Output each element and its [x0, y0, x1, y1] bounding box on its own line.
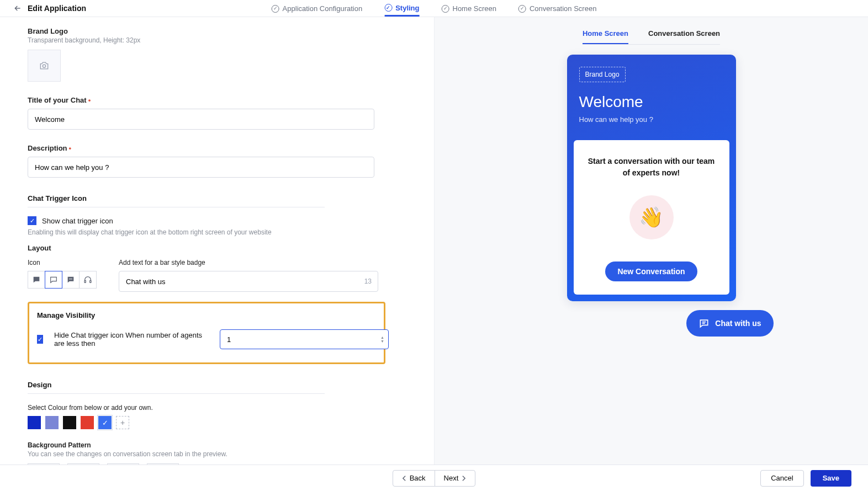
chat-icon [698, 318, 710, 329]
new-conversation-button[interactable]: New Conversation [605, 261, 697, 281]
section-chat-trigger: Chat Trigger Icon [28, 194, 325, 207]
back-arrow[interactable] [11, 2, 24, 15]
widget-subtitle: How can we help you ? [579, 115, 724, 124]
preview-tab-conversation[interactable]: Conversation Screen [648, 27, 720, 44]
show-trigger-hint: Enabling this will display chat trigger … [28, 228, 406, 236]
section-manage-visibility: Manage Visibility [37, 311, 376, 319]
save-button[interactable]: Save [811, 470, 851, 487]
page-title: Edit Application [28, 4, 86, 13]
footer: Back Next Cancel Save [0, 465, 868, 491]
color-swatch[interactable] [98, 416, 112, 429]
icon-selector [28, 271, 97, 289]
preview-panel: Home Screen Conversation Screen Brand Lo… [434, 17, 868, 465]
chat-title-label: Title of your Chat• [28, 96, 91, 104]
description-label: Description• [28, 144, 71, 152]
step-application-configuration[interactable]: Application Configuration [272, 0, 363, 17]
icon-option-headset[interactable] [79, 271, 97, 289]
color-swatch[interactable] [81, 416, 94, 429]
preview-tabs: Home Screen Conversation Screen [583, 27, 720, 45]
color-palette: + [28, 416, 406, 429]
layout-label: Layout [28, 244, 406, 252]
pattern-hint: You can see the changes on conversation … [28, 450, 406, 458]
add-color-button[interactable]: + [116, 416, 129, 429]
hide-trigger-checkbox[interactable] [37, 335, 43, 344]
widget-card-text: Start a conversation with our team of ex… [585, 156, 718, 179]
cancel-button[interactable]: Cancel [760, 470, 803, 487]
preview-tab-home[interactable]: Home Screen [583, 27, 628, 44]
widget-title: Welcome [579, 93, 724, 111]
description-input[interactable] [28, 157, 374, 178]
icon-option-speech-outline[interactable] [45, 271, 62, 289]
step-conversation-screen[interactable]: Conversation Screen [518, 0, 596, 17]
stepper-down-icon[interactable]: ▼ [380, 340, 384, 343]
widget-preview: Brand Logo Welcome How can we help you ?… [567, 55, 736, 301]
color-swatch[interactable] [45, 416, 59, 429]
chat-trigger-badge[interactable]: Chat with us [686, 310, 773, 337]
svg-point-2 [70, 279, 71, 280]
pattern-label: Background Pattern [28, 441, 406, 449]
icon-label: Icon [28, 259, 97, 266]
step-home-screen[interactable]: Home Screen [442, 0, 496, 17]
bar-char-counter: 13 [364, 277, 372, 285]
color-swatch[interactable] [63, 416, 76, 429]
camera-icon [39, 60, 50, 71]
brand-logo-placeholder: Brand Logo [579, 67, 626, 82]
icon-option-dots[interactable] [62, 271, 80, 289]
form-panel: Brand Logo Transparent background, Heigh… [0, 17, 434, 465]
required-dot: • [69, 144, 72, 152]
svg-rect-5 [90, 280, 91, 282]
bar-text-input[interactable] [119, 271, 378, 292]
manage-visibility-box: Manage Visibility Hide Chat trigger icon… [28, 302, 385, 364]
icon-option-speech-filled[interactable] [28, 271, 45, 289]
hide-trigger-label: Hide Chat trigger icon When number of ag… [54, 331, 209, 348]
required-dot: • [88, 96, 91, 104]
bar-label: Add text for a bar style badge [119, 259, 378, 266]
svg-rect-4 [84, 280, 86, 282]
brand-logo-hint: Transparent background, Height: 32px [28, 36, 406, 44]
wizard-steps: Application Configuration Styling Home S… [272, 0, 597, 17]
svg-point-3 [71, 279, 72, 280]
brand-logo-label: Brand Logo [28, 27, 406, 35]
step-styling[interactable]: Styling [384, 0, 419, 17]
show-trigger-checkbox[interactable] [28, 216, 36, 225]
section-design: Design [28, 381, 325, 394]
show-trigger-label: Show chat trigger icon [42, 217, 113, 225]
next-button[interactable]: Next [435, 470, 476, 487]
svg-point-0 [43, 65, 45, 67]
color-swatch[interactable] [28, 416, 41, 429]
topbar: Edit Application Application Configurati… [0, 0, 868, 17]
back-button[interactable]: Back [393, 470, 435, 487]
svg-point-1 [69, 279, 70, 280]
number-stepper[interactable]: ▲▼ [380, 336, 384, 343]
chat-title-input[interactable] [28, 109, 374, 130]
wave-icon: 👋 [629, 195, 674, 239]
wizard-nav: Back Next [393, 470, 476, 487]
color-label: Select Colour from below or add your own… [28, 404, 406, 412]
brand-logo-upload[interactable] [28, 50, 61, 82]
agents-threshold-input[interactable] [220, 329, 389, 349]
